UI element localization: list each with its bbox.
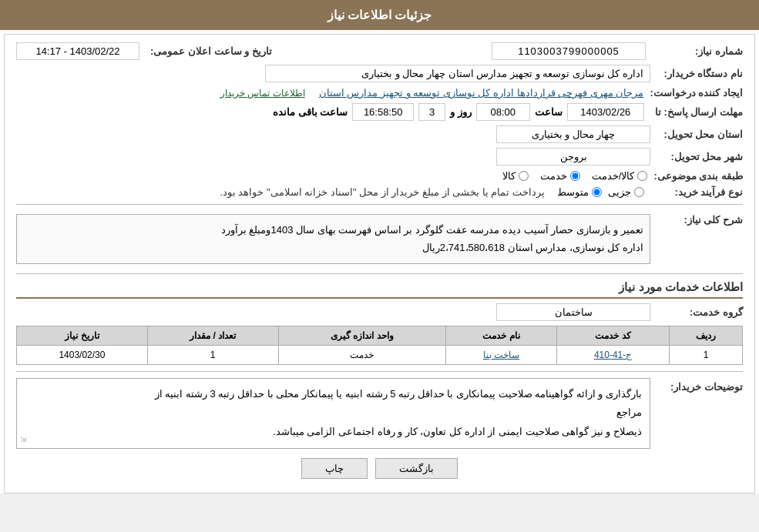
resize-icon: ⇲ bbox=[20, 432, 26, 447]
mohlatErsal-time-label: ساعت bbox=[535, 106, 563, 118]
col-tedaad: تعداد / مقدار bbox=[147, 326, 278, 345]
mohlatErsal-time: 08:00 bbox=[476, 103, 530, 121]
tozihat-box: بارگذاری و ارائه گواهینامه صلاحیت پیمانک… bbox=[16, 378, 650, 449]
cell-vahed: خدمت bbox=[278, 345, 445, 364]
shomareNiaz-label: شماره نیاز: bbox=[650, 45, 743, 57]
table-row: 1 ج-41-410 ساخت بنا خدمت 1 1403/02/30 bbox=[17, 345, 743, 364]
tabaqe-khadamat-label: خدمت bbox=[540, 170, 567, 182]
col-kodKhadamat: کد خدمت bbox=[556, 326, 669, 345]
row-mohlatErsal: مهلت ارسال پاسخ: تا 1403/02/26 ساعت 08:0… bbox=[16, 103, 743, 121]
sharh-text2: اداره کل نوسازی، مدارس استان 2،741،580،6… bbox=[23, 239, 643, 256]
ejadKonande-contact-link[interactable]: اطلاعات تماس خریدار bbox=[220, 88, 305, 99]
tabaqe-khadamat[interactable]: خدمت bbox=[540, 170, 580, 182]
button-row: بازگشت چاپ bbox=[16, 458, 743, 479]
page-header: جزئیات اطلاعات نیاز bbox=[0, 0, 759, 30]
noeFarayand-label: نوع فرآیند خرید: bbox=[650, 186, 743, 198]
tabaqe-kala[interactable]: کالا bbox=[502, 170, 529, 182]
mohlatErsal-date: 1403/02/26 bbox=[567, 103, 644, 121]
mohlatErsal-roz-label: روز و bbox=[450, 106, 472, 118]
divider-3 bbox=[16, 371, 743, 372]
col-radif: ردیف bbox=[670, 326, 743, 345]
col-tarikh: تاریخ نیاز bbox=[17, 326, 148, 345]
tarikh-group: تاریخ و ساعت اعلان عمومی: 1403/02/22 - 1… bbox=[16, 42, 272, 60]
back-button[interactable]: بازگشت bbox=[375, 458, 458, 479]
noeFarayand-radio-jozi[interactable] bbox=[634, 187, 644, 197]
cell-tedaad: 1 bbox=[147, 345, 278, 364]
shomareNiaz-value: 1103003799000005 bbox=[492, 42, 646, 60]
tozihat-line1: بارگذاری و ارائه گواهینامه صلاحیت پیمانک… bbox=[25, 385, 642, 404]
divider-2 bbox=[16, 273, 743, 274]
tabaqe-kala-khadamat[interactable]: کالا/خدمت bbox=[592, 170, 648, 182]
tabaqe-radio-khadamat[interactable] bbox=[570, 171, 580, 181]
table-header: ردیف کد خدمت نام خدمت واحد اندازه گیری ت… bbox=[17, 326, 743, 345]
tabaqe-radio-kala[interactable] bbox=[519, 171, 529, 181]
row-noeFarayand: نوع فرآیند خرید: جزیی متوسط پرداخت تمام … bbox=[16, 186, 743, 198]
tozihat-line3: ذیصلاح و نیز گواهی صلاحیت ایمنی از اداره… bbox=[25, 423, 642, 442]
noeFarayand-motasat[interactable]: متوسط bbox=[557, 186, 602, 198]
row-tabaqe: طبقه بندی موضوعی: کالا/خدمت خدمت کالا bbox=[16, 170, 743, 182]
tarikh-value: 1403/02/22 - 14:17 bbox=[16, 42, 139, 60]
row-goroheKhadamat: گروه خدمت: ساختمان bbox=[16, 303, 743, 321]
cell-kodKhadamat: ج-41-410 bbox=[556, 345, 669, 364]
shahr-label: شهر محل تحویل: bbox=[650, 151, 743, 162]
tabaqe-radio-group: کالا/خدمت خدمت کالا bbox=[502, 170, 648, 182]
col-vahed: واحد اندازه گیری bbox=[278, 326, 445, 345]
shomareNiaz-group: شماره نیاز: 1103003799000005 bbox=[492, 42, 743, 60]
content-area: شماره نیاز: 1103003799000005 تاریخ و ساع… bbox=[4, 34, 755, 494]
tozihat-line2: مراجع bbox=[25, 403, 642, 423]
table-header-row: ردیف کد خدمت نام خدمت واحد اندازه گیری ت… bbox=[17, 326, 743, 345]
tabaqe-radio-kala-khadamat[interactable] bbox=[637, 171, 647, 181]
table-body: 1 ج-41-410 ساخت بنا خدمت 1 1403/02/30 bbox=[17, 345, 743, 364]
shahr-value: بروجن bbox=[496, 148, 650, 166]
print-button[interactable]: چاپ bbox=[301, 458, 368, 479]
tarikh-label: تاریخ و ساعت اعلان عمومی: bbox=[144, 45, 272, 57]
ostan-label: استان محل تحویل: bbox=[650, 129, 743, 140]
tabaqe-kala-label: کالا bbox=[502, 170, 516, 182]
goroheKhadamat-label: گروه خدمت: bbox=[650, 306, 743, 318]
ostan-value: چهار محال و بختیاری bbox=[496, 125, 650, 143]
cell-radif: 1 bbox=[670, 345, 743, 364]
noeFarayand-radio-motasat[interactable] bbox=[592, 187, 602, 197]
divider-1 bbox=[16, 204, 743, 205]
row-ostan: استان محل تحویل: چهار محال و بختیاری bbox=[16, 125, 743, 143]
sharh-label: شرح کلی نیاز: bbox=[650, 211, 743, 226]
mohlatErsal-remaining: 16:58:50 bbox=[352, 103, 414, 121]
row-shomareNiaz: شماره نیاز: 1103003799000005 تاریخ و ساع… bbox=[16, 42, 743, 60]
mohlatErsal-remaining-label: ساعت باقی مانده bbox=[273, 106, 348, 118]
tabaqe-kala-khadamat-label: کالا/خدمت bbox=[592, 170, 635, 182]
ejadKonande-link[interactable]: مرجان مهری فهرچی قراردادها اداره کل نوسا… bbox=[311, 87, 644, 99]
mohlatErsal-label: مهلت ارسال پاسخ: تا bbox=[649, 106, 743, 118]
namDastgah-value: اداره کل نوسازی توسعه و تجهیز مدارس استا… bbox=[265, 65, 650, 82]
services-table: ردیف کد خدمت نام خدمت واحد اندازه گیری ت… bbox=[16, 326, 743, 365]
khadamat-section-title: اطلاعات خدمات مورد نیاز bbox=[16, 280, 743, 299]
page-title: جزئیات اطلاعات نیاز bbox=[327, 8, 432, 22]
tozihat-label: توضیحات خریدار: bbox=[650, 378, 743, 393]
noeFarayand-desc: پرداخت تمام یا بخشی از مبلغ خریدار از مح… bbox=[220, 186, 545, 198]
sharh-box: تعمیر و بازسازی حصار آسیب دیده مدرسه عقت… bbox=[16, 214, 650, 264]
goroheKhadamat-value: ساختمان bbox=[496, 303, 650, 321]
row-namDastgah: نام دستگاه خریدار: اداره کل نوسازی توسعه… bbox=[16, 65, 743, 82]
noeFarayand-jozi-label: جزیی bbox=[608, 186, 631, 198]
tabaqe-label: طبقه بندی موضوعی: bbox=[647, 170, 743, 182]
noeFarayand-motasat-label: متوسط bbox=[557, 186, 589, 198]
ejadKonande-label: ایجاد کننده درخواست: bbox=[643, 87, 743, 99]
namDastgah-label: نام دستگاه خریدار: bbox=[650, 68, 743, 79]
mohlatErsal-roz: 3 bbox=[418, 103, 445, 121]
row-ejadKonande: ایجاد کننده درخواست: مرجان مهری فهرچی قر… bbox=[16, 87, 743, 99]
page-container: جزئیات اطلاعات نیاز شماره نیاز: 11030037… bbox=[0, 0, 759, 494]
noeFarayand-jozi[interactable]: جزیی bbox=[608, 186, 644, 198]
row-shahr: شهر محل تحویل: بروجن bbox=[16, 148, 743, 166]
col-namKhadamat: نام خدمت bbox=[445, 326, 556, 345]
sharh-text1: تعمیر و بازسازی حصار آسیب دیده مدرسه عقت… bbox=[23, 221, 643, 239]
row-tozihat: توضیحات خریدار: بارگذاری و ارائه گواهینا… bbox=[16, 378, 743, 449]
cell-tarikh: 1403/02/30 bbox=[17, 345, 148, 364]
row-sharh: شرح کلی نیاز: تعمیر و بازسازی حصار آسیب … bbox=[16, 211, 743, 267]
cell-namKhadamat: ساخت بنا bbox=[445, 345, 556, 364]
